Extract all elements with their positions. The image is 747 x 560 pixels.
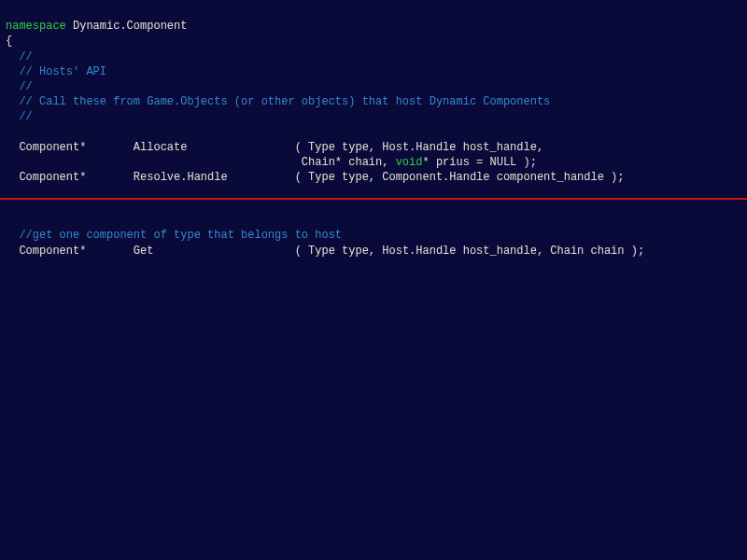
code-block-lower: //get one component of type that belongs…: [0, 209, 747, 262]
fn-allocate-params-b-indent: Chain* chain,: [6, 156, 396, 169]
comment-get-one: //get one component of type that belongs…: [6, 229, 342, 242]
fn-resolve-params: ( Type type, Component.Handle component_…: [295, 171, 625, 184]
fn-allocate-name: Allocate: [134, 141, 295, 154]
fn-allocate-params-b-tail: * prius = NULL );: [422, 156, 536, 169]
fn-allocate-return: Component*: [6, 141, 134, 154]
comment-line: //: [6, 80, 33, 93]
fn-allocate-params-a: ( Type type, Host.Handle host_handle,: [295, 141, 543, 154]
brace-open: {: [6, 35, 12, 48]
separator-rule: [0, 198, 747, 200]
namespace-name: Dynamic.Component: [66, 20, 188, 33]
fn-get-return: Component*: [6, 245, 134, 258]
comment-hosts-api: // Hosts' API: [6, 65, 106, 78]
comment-call-these: // Call these from Game.Objects (or othe…: [6, 95, 550, 108]
comment-line: //: [6, 110, 33, 123]
keyword-void: void: [396, 156, 423, 169]
fn-get-name: Get: [134, 245, 295, 258]
fn-get-params: ( Type type, Host.Handle host_handle, Ch…: [295, 245, 644, 258]
keyword-namespace: namespace: [6, 20, 66, 33]
fn-resolve-return: Component*: [6, 171, 134, 184]
fn-resolve-name: Resolve.Handle: [134, 171, 295, 184]
code-block: namespace Dynamic.Component { // // Host…: [0, 0, 747, 189]
comment-line: //: [6, 50, 33, 63]
